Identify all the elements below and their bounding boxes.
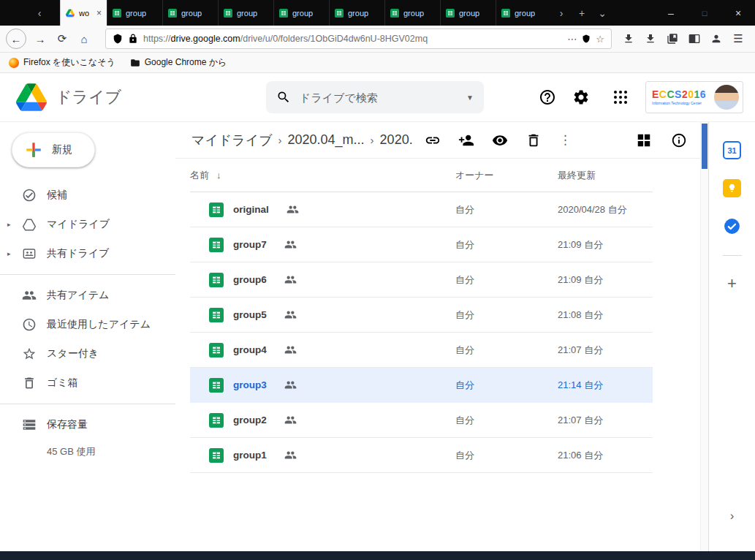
tab[interactable]: group <box>107 0 162 26</box>
scroll-tabs-right-button[interactable]: › <box>551 0 572 26</box>
table-row[interactable]: group3 自分 21:14 自分 <box>190 368 653 403</box>
address-bar[interactable]: https://drive.google.com/drive/u/0/folde… <box>105 29 612 49</box>
home-button[interactable]: ⌂ <box>73 28 95 50</box>
tab[interactable]: group <box>218 0 273 26</box>
tab[interactable]: group <box>162 0 218 26</box>
bookmark-star-icon[interactable]: ☆ <box>596 34 604 45</box>
search-icon[interactable] <box>276 90 291 105</box>
drive-logo-icon <box>16 83 47 111</box>
tab-close-icon[interactable]: × <box>96 8 102 18</box>
menu-button[interactable]: ☰ <box>727 28 749 50</box>
pocket-shield-icon[interactable] <box>582 34 591 43</box>
bookmark-folder-chrome[interactable]: Google Chrome から <box>130 56 227 69</box>
info-icon[interactable] <box>671 132 687 148</box>
expander-icon[interactable]: ▸ <box>7 250 11 257</box>
drive-header-icons: ECCS2016 Information Technology Center <box>539 81 755 113</box>
help-icon[interactable] <box>539 88 556 106</box>
sidebar-item-label: 共有アイテム <box>47 289 109 302</box>
bookmark-firefox[interactable]: Firefox を使いこなそう <box>9 56 115 69</box>
sidebar-item-priority[interactable]: 候補 <box>0 181 175 210</box>
tab-label: group <box>459 9 479 18</box>
scrollbar-thumb[interactable] <box>702 124 707 169</box>
breadcrumb-folder[interactable]: 2020.04_m... <box>288 132 365 148</box>
back-button[interactable]: ← <box>6 29 26 49</box>
sidebar-item-recent[interactable]: 最近使用したアイテム <box>0 310 175 339</box>
list-all-tabs-button[interactable]: ⌄ <box>592 0 612 26</box>
account-org-name: ECCS2016 <box>652 89 710 99</box>
firefox-window: ‹ wo × group group group grou <box>0 0 755 560</box>
minimize-button[interactable]: – <box>654 0 688 26</box>
library-button[interactable] <box>661 28 683 50</box>
column-header-modified[interactable]: 最終更新 <box>558 169 653 182</box>
column-header-owner[interactable]: オーナー <box>455 169 558 182</box>
active-tab[interactable]: wo × <box>60 0 107 26</box>
sidebars-button[interactable] <box>683 28 705 50</box>
collapse-panel-chevron-icon[interactable]: › <box>730 509 735 523</box>
downloads-button[interactable] <box>640 28 661 50</box>
preview-eye-icon[interactable] <box>492 132 508 148</box>
breadcrumb-my-drive[interactable]: マイドライブ <box>191 132 273 149</box>
sidebar-item-my-drive[interactable]: ▸ マイドライブ <box>0 210 175 239</box>
tracking-protection-shield-icon[interactable] <box>113 34 123 44</box>
sidebar-item-shared-drives[interactable]: ▸ 共有ドライブ <box>0 239 175 268</box>
calendar-icon[interactable]: 31 <box>723 141 741 159</box>
tab[interactable]: group <box>329 0 384 26</box>
search-options-caret-icon[interactable]: ▼ <box>466 94 474 102</box>
grid-view-icon[interactable] <box>636 132 652 148</box>
expander-icon[interactable]: ▸ <box>7 221 11 228</box>
sidebar-item-label: 候補 <box>47 189 67 202</box>
table-row[interactable]: group2 自分 21:07 自分 <box>190 403 653 438</box>
google-side-panel: 31 + › <box>708 122 755 551</box>
settings-gear-icon[interactable] <box>572 88 590 106</box>
column-header-name[interactable]: 名前 ↓ <box>190 169 455 182</box>
new-tab-button[interactable]: + <box>572 0 592 26</box>
reload-button[interactable]: ⟳ <box>51 28 73 50</box>
drive-search-box[interactable]: ▼ <box>266 81 484 113</box>
sidebar-item-storage[interactable]: 保存容量 <box>0 410 175 439</box>
url-text[interactable]: https://drive.google.com/drive/u/0/folde… <box>143 34 562 44</box>
maximize-button[interactable]: □ <box>688 0 721 26</box>
drive-logo-icon <box>66 9 75 18</box>
new-button[interactable]: 新規 <box>12 132 95 167</box>
account-badge[interactable]: ECCS2016 Information Technology Center <box>645 81 743 113</box>
scroll-tabs-left-button[interactable]: ‹ <box>29 7 50 19</box>
account-button[interactable] <box>705 28 727 50</box>
add-addon-plus-icon[interactable]: + <box>727 276 737 292</box>
sidebar-item-label: 共有ドライブ <box>47 247 109 260</box>
page-actions-icon[interactable]: ⋯ <box>567 34 577 45</box>
sidebar-item-starred[interactable]: スター付き <box>0 339 175 368</box>
table-row[interactable]: group6 自分 21:09 自分 <box>190 262 653 298</box>
tab[interactable]: group <box>273 0 329 26</box>
google-apps-grid-icon[interactable] <box>612 88 629 106</box>
lock-icon[interactable] <box>128 34 138 44</box>
sidebar-item-shared-with-me[interactable]: 共有アイテム <box>0 281 175 310</box>
table-row[interactable]: original 自分 2020/04/28 自分 <box>190 192 653 227</box>
sidebar-item-trash[interactable]: ゴミ箱 <box>0 368 175 398</box>
forward-button[interactable]: → <box>29 28 51 50</box>
tab[interactable]: group <box>440 0 496 26</box>
table-row[interactable]: group7 自分 21:09 自分 <box>190 227 653 262</box>
search-input[interactable] <box>300 91 458 104</box>
tasks-icon[interactable] <box>723 217 741 235</box>
close-button[interactable]: × <box>721 0 755 26</box>
drive-toolbar: マイドライブ › 2020.04_m... › 2020. ⋮ <box>175 122 700 159</box>
tab[interactable]: group <box>496 0 551 26</box>
drive-logo[interactable]: ドライブ <box>0 83 175 111</box>
page-scrollbar[interactable] <box>700 122 708 551</box>
share-person-add-icon[interactable] <box>458 132 474 148</box>
file-name-cell: group4 <box>190 343 455 357</box>
avatar[interactable] <box>714 85 739 110</box>
table-row[interactable]: group4 自分 21:07 自分 <box>190 333 653 368</box>
table-row[interactable]: group5 自分 21:08 自分 <box>190 298 653 333</box>
sheets-icon <box>168 9 177 18</box>
keep-icon[interactable] <box>723 179 741 197</box>
sort-descending-icon[interactable]: ↓ <box>216 170 221 181</box>
get-link-icon[interactable] <box>425 132 441 148</box>
delete-trash-icon[interactable] <box>526 132 542 148</box>
breadcrumb-current-folder[interactable]: 2020. <box>380 132 413 148</box>
save-page-button[interactable] <box>618 28 640 50</box>
more-actions-icon[interactable]: ⋮ <box>559 132 572 148</box>
trash-icon <box>22 376 37 390</box>
table-row[interactable]: group1 自分 21:06 自分 <box>190 438 653 473</box>
tab[interactable]: group <box>384 0 440 26</box>
